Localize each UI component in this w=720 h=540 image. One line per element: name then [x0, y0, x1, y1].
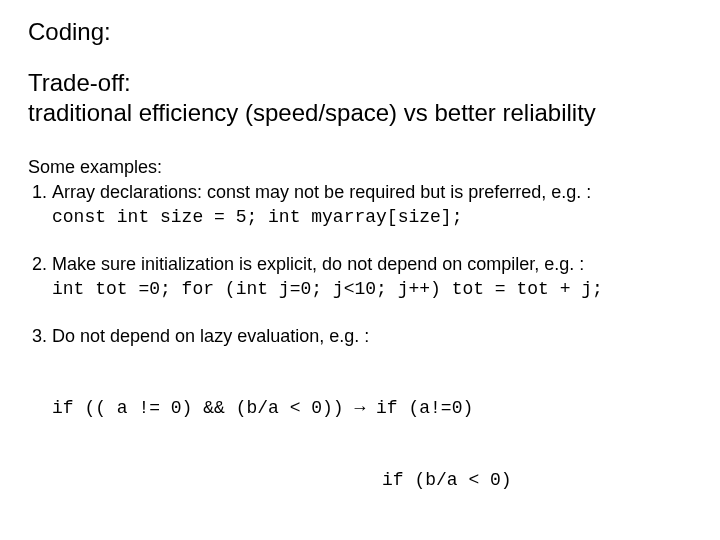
item-code: const int size = 5; int myarray[size];	[52, 207, 462, 227]
item-text: Do not depend on lazy evaluation, e.g. :	[52, 326, 369, 346]
list-item: Array declarations: const may not be req…	[52, 181, 692, 229]
item-code-line-1: if (( a != 0) && (b/a < 0)) → if (a!=0)	[52, 397, 692, 420]
item-code: int tot =0; for (int j=0; j<10; j++) tot…	[52, 279, 603, 299]
subtitle-line-1: Trade-off:	[28, 68, 692, 98]
item-text: Make sure initialization is explicit, do…	[52, 254, 584, 274]
list-item: Make sure initialization is explicit, do…	[52, 253, 692, 301]
slide-page: Coding: Trade-off: traditional efficienc…	[0, 0, 720, 540]
slide-title: Coding:	[28, 18, 692, 46]
item-code: if (( a != 0) && (b/a < 0)) → if (a!=0) …	[52, 375, 692, 539]
subtitle-line-2: traditional efficiency (speed/space) vs …	[28, 98, 692, 128]
item-text: Array declarations: const may not be req…	[52, 182, 591, 202]
examples-list: Array declarations: const may not be req…	[28, 181, 692, 540]
slide-subtitle: Trade-off: traditional efficiency (speed…	[28, 68, 692, 128]
examples-header: Some examples:	[28, 156, 692, 179]
item-code-line-2: if (b/a < 0)	[52, 469, 692, 492]
list-item: Do not depend on lazy evaluation, e.g. :…	[52, 325, 692, 540]
